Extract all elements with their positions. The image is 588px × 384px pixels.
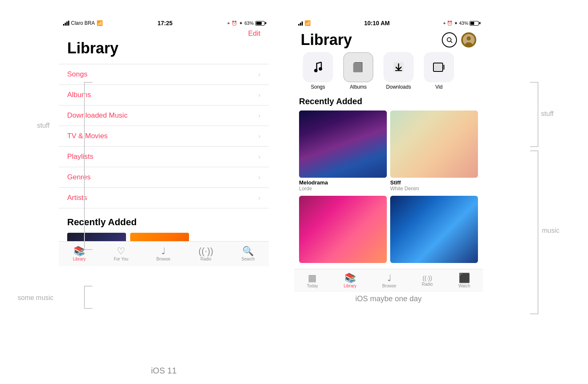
right-carrier: 📶: [298, 20, 311, 26]
wifi-icon: 📶: [97, 20, 103, 26]
bracket-music-left: [84, 286, 92, 309]
bluetooth-icon: ✦: [239, 21, 243, 26]
menu-downloaded-label: Downloaded Music: [67, 111, 128, 120]
album3-info: [299, 263, 387, 266]
album3-cover: [299, 196, 387, 263]
status-bar-right: 📶 10:10 AM ⌖ ⏰ ✦ 43%: [294, 17, 483, 29]
tab-radio-right-label: Radio: [422, 282, 433, 287]
songs-icon-box[interactable]: [303, 52, 333, 82]
svg-point-5: [314, 69, 318, 72]
chevron-icon: ›: [258, 92, 260, 98]
albums-icon-box[interactable]: [343, 52, 373, 82]
library-title-right: Library: [301, 31, 352, 49]
chevron-icon: ›: [258, 153, 260, 160]
tab-radio[interactable]: ((·)) Radio: [199, 247, 213, 261]
chevron-icon: ›: [258, 133, 260, 139]
downloads-icon-box[interactable]: [383, 52, 414, 82]
tab-browse-right-label: Browse: [382, 284, 396, 288]
stiff-title: Stiff: [390, 179, 478, 186]
tab-search-label: Search: [242, 257, 255, 261]
time-display: 17:25: [158, 20, 173, 26]
tab-browse[interactable]: ♩ Browse: [156, 247, 170, 261]
tab-library-right[interactable]: 📚 Library: [344, 274, 357, 288]
chevron-icon: ›: [258, 71, 260, 78]
music-note-icon: [311, 60, 325, 74]
album4-cover: [390, 196, 478, 263]
download-icon: [392, 60, 405, 74]
album-card-4[interactable]: [390, 196, 478, 266]
icon-cell-songs[interactable]: Songs: [299, 52, 337, 90]
avatar-image: [463, 34, 475, 46]
browse-tab-icon-right: ♩: [387, 274, 391, 283]
bracket-stuff-left: [84, 82, 92, 250]
tab-today[interactable]: ▦ Today: [307, 274, 318, 288]
svg-point-3: [467, 37, 471, 41]
recently-added-title-right: Recently Added: [299, 97, 478, 106]
melodrama-title: Melodrama: [299, 179, 387, 186]
svg-rect-13: [444, 65, 444, 70]
bt-icon-right: ✦: [454, 21, 458, 26]
for-you-tab-icon: ♡: [117, 247, 125, 256]
stiff-info: Stiff White Denim: [390, 178, 478, 192]
signal-icon: [63, 21, 69, 26]
svg-rect-8: [353, 63, 362, 72]
stiff-artist: White Denim: [390, 186, 478, 192]
vid-icon-label: Vid: [435, 84, 442, 90]
tab-search[interactable]: 🔍 Search: [242, 247, 255, 261]
today-tab-icon: ▦: [308, 274, 317, 283]
stiff-cover: [390, 110, 478, 178]
album-card-stiff[interactable]: Stiff White Denim: [390, 110, 478, 192]
library-header-right: Library: [294, 29, 483, 52]
header-icons: [442, 32, 476, 47]
browse-tab-icon: ♩: [161, 247, 165, 256]
icon-grid: Songs Albums Downloads: [294, 52, 483, 93]
tab-today-label: Today: [307, 284, 318, 288]
vid-icon-box[interactable]: [424, 52, 454, 82]
alarm-icon-right: ⏰: [447, 21, 453, 26]
ios-label-right: iOS maybe one day: [294, 292, 483, 306]
library-title: Library: [59, 39, 269, 57]
search-button[interactable]: [442, 32, 457, 47]
bracket-music-right: [530, 150, 538, 314]
icon-cell-downloads[interactable]: Downloads: [380, 52, 417, 90]
label-music-right: music: [542, 227, 559, 234]
album-card-3[interactable]: [299, 196, 387, 266]
navigation-icon: ⌖: [227, 21, 230, 26]
melodrama-artist: Lorde: [299, 186, 387, 192]
tab-for-you-label: For You: [114, 257, 128, 261]
menu-songs-label: Songs: [67, 70, 87, 79]
ios-label-left: iOS 11: [59, 366, 269, 376]
svg-point-6: [319, 67, 322, 71]
library-tab-icon-right: 📚: [344, 274, 356, 283]
battery-icon: [255, 21, 265, 26]
tab-browse-right[interactable]: ♩ Browse: [382, 274, 396, 288]
chevron-icon: ›: [258, 112, 260, 119]
icon-cell-albums[interactable]: Albums: [339, 52, 377, 90]
chevron-icon: ›: [258, 195, 260, 201]
battery-pct-right: 43%: [459, 21, 468, 26]
nav-icon-right: ⌖: [443, 21, 446, 26]
alarm-icon: ⏰: [231, 21, 237, 26]
battery-percent: 63%: [244, 21, 254, 26]
albums-icon: [352, 60, 365, 74]
tab-watch-right[interactable]: ⬛ Watch: [458, 274, 470, 288]
search-icon: [446, 37, 453, 43]
tab-radio-right[interactable]: ((·)) Radio: [422, 275, 433, 287]
tab-bar-right: ▦ Today 📚 Library ♩ Browse ((·)) Radio ⬛…: [294, 269, 483, 292]
album4-info: [390, 263, 478, 266]
icon-cell-vid[interactable]: Vid: [420, 52, 458, 90]
album-card-melodrama[interactable]: Melodrama Lorde: [299, 110, 387, 192]
downloads-icon-label: Downloads: [386, 84, 411, 90]
status-bar-left: Claro BRA 📶 17:25 ⌖ ⏰ ✦ 63%: [59, 17, 269, 29]
tab-for-you[interactable]: ♡ For You: [114, 247, 128, 261]
chevron-icon: ›: [258, 174, 260, 181]
signal-icon-right: [298, 21, 303, 26]
user-avatar[interactable]: [461, 32, 476, 47]
label-stuff-right: stuff: [541, 110, 554, 118]
melodrama-cover: [299, 110, 387, 178]
tab-library-right-label: Library: [344, 284, 357, 288]
video-icon: [432, 60, 446, 74]
label-stuff-left: stuff: [37, 122, 50, 129]
svg-line-1: [451, 41, 452, 43]
edit-button[interactable]: Edit: [59, 29, 269, 38]
